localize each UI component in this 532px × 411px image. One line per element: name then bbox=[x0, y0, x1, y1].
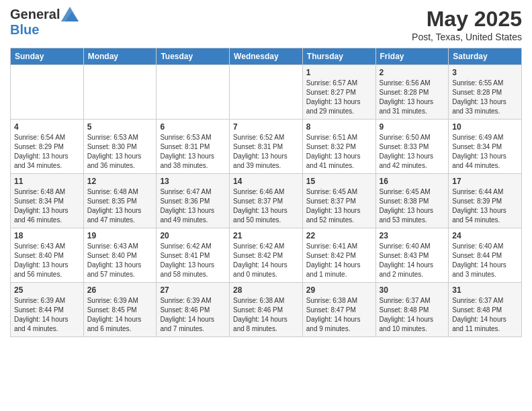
col-thursday: Thursday bbox=[302, 48, 375, 65]
day-detail: Sunrise: 6:46 AM Sunset: 8:37 PM Dayligh… bbox=[233, 187, 299, 225]
day-number: 17 bbox=[452, 177, 518, 186]
day-detail: Sunrise: 6:45 AM Sunset: 8:37 PM Dayligh… bbox=[306, 187, 372, 225]
table-row: 6Sunrise: 6:53 AM Sunset: 8:31 PM Daylig… bbox=[157, 120, 230, 174]
day-number: 16 bbox=[380, 177, 445, 186]
table-row: 9Sunrise: 6:50 AM Sunset: 8:33 PM Daylig… bbox=[375, 120, 449, 174]
header: General Blue May 2025 Post, Texas, Unite… bbox=[10, 7, 522, 42]
table-row: 24Sunrise: 6:40 AM Sunset: 8:44 PM Dayli… bbox=[449, 228, 522, 283]
table-row: 19Sunrise: 6:43 AM Sunset: 8:40 PM Dayli… bbox=[83, 228, 157, 283]
day-detail: Sunrise: 6:39 AM Sunset: 8:44 PM Dayligh… bbox=[14, 296, 80, 334]
day-number: 21 bbox=[233, 231, 299, 240]
subtitle: Post, Texas, United States bbox=[412, 32, 522, 42]
day-number: 3 bbox=[452, 68, 518, 77]
day-detail: Sunrise: 6:48 AM Sunset: 8:35 PM Dayligh… bbox=[87, 187, 153, 225]
table-row: 16Sunrise: 6:45 AM Sunset: 8:38 PM Dayli… bbox=[375, 174, 449, 228]
day-detail: Sunrise: 6:50 AM Sunset: 8:33 PM Dayligh… bbox=[380, 133, 445, 171]
day-number: 27 bbox=[160, 285, 226, 295]
calendar-week-row: 25Sunrise: 6:39 AM Sunset: 8:44 PM Dayli… bbox=[11, 283, 522, 337]
day-number: 10 bbox=[452, 122, 518, 132]
col-monday: Monday bbox=[83, 48, 157, 65]
day-detail: Sunrise: 6:37 AM Sunset: 8:48 PM Dayligh… bbox=[380, 296, 445, 334]
logo-blue: Blue bbox=[10, 22, 39, 37]
col-saturday: Saturday bbox=[449, 48, 522, 65]
table-row bbox=[157, 65, 230, 120]
day-detail: Sunrise: 6:37 AM Sunset: 8:48 PM Dayligh… bbox=[452, 296, 518, 334]
day-number: 11 bbox=[14, 177, 80, 186]
table-row: 28Sunrise: 6:38 AM Sunset: 8:46 PM Dayli… bbox=[230, 283, 303, 337]
day-number: 29 bbox=[306, 285, 372, 295]
day-number: 4 bbox=[14, 122, 80, 132]
col-friday: Friday bbox=[375, 48, 449, 65]
day-number: 14 bbox=[233, 177, 299, 186]
day-number: 19 bbox=[87, 231, 153, 240]
table-row: 15Sunrise: 6:45 AM Sunset: 8:37 PM Dayli… bbox=[302, 174, 375, 228]
table-row: 23Sunrise: 6:40 AM Sunset: 8:43 PM Dayli… bbox=[375, 228, 449, 283]
day-number: 5 bbox=[87, 122, 153, 132]
day-number: 15 bbox=[306, 177, 372, 186]
day-number: 22 bbox=[306, 231, 372, 240]
day-detail: Sunrise: 6:38 AM Sunset: 8:46 PM Dayligh… bbox=[233, 296, 299, 334]
day-detail: Sunrise: 6:56 AM Sunset: 8:28 PM Dayligh… bbox=[380, 79, 445, 116]
day-detail: Sunrise: 6:55 AM Sunset: 8:28 PM Dayligh… bbox=[452, 79, 518, 116]
col-tuesday: Tuesday bbox=[157, 48, 230, 65]
calendar-week-row: 11Sunrise: 6:48 AM Sunset: 8:34 PM Dayli… bbox=[11, 174, 522, 228]
col-wednesday: Wednesday bbox=[230, 48, 303, 65]
day-detail: Sunrise: 6:39 AM Sunset: 8:46 PM Dayligh… bbox=[160, 296, 226, 334]
day-detail: Sunrise: 6:47 AM Sunset: 8:36 PM Dayligh… bbox=[160, 187, 226, 225]
calendar-table: Sunday Monday Tuesday Wednesday Thursday… bbox=[10, 48, 522, 337]
table-row: 25Sunrise: 6:39 AM Sunset: 8:44 PM Dayli… bbox=[11, 283, 84, 337]
day-detail: Sunrise: 6:49 AM Sunset: 8:34 PM Dayligh… bbox=[452, 133, 518, 171]
logo: General Blue bbox=[10, 7, 79, 38]
table-row: 31Sunrise: 6:37 AM Sunset: 8:48 PM Dayli… bbox=[449, 283, 522, 337]
calendar-week-row: 1Sunrise: 6:57 AM Sunset: 8:27 PM Daylig… bbox=[11, 65, 522, 120]
table-row: 14Sunrise: 6:46 AM Sunset: 8:37 PM Dayli… bbox=[230, 174, 303, 228]
logo-text: General Blue bbox=[10, 7, 79, 38]
table-row: 4Sunrise: 6:54 AM Sunset: 8:29 PM Daylig… bbox=[11, 120, 84, 174]
title-block: May 2025 Post, Texas, United States bbox=[412, 7, 522, 42]
day-detail: Sunrise: 6:51 AM Sunset: 8:32 PM Dayligh… bbox=[306, 133, 372, 171]
day-detail: Sunrise: 6:41 AM Sunset: 8:42 PM Dayligh… bbox=[306, 242, 372, 279]
day-number: 31 bbox=[452, 285, 518, 295]
main-title: May 2025 bbox=[412, 7, 522, 32]
calendar-body: 1Sunrise: 6:57 AM Sunset: 8:27 PM Daylig… bbox=[11, 65, 522, 337]
day-number: 20 bbox=[160, 231, 226, 240]
day-number: 12 bbox=[87, 177, 153, 186]
calendar-week-row: 4Sunrise: 6:54 AM Sunset: 8:29 PM Daylig… bbox=[11, 120, 522, 174]
day-number: 23 bbox=[380, 231, 445, 240]
day-number: 2 bbox=[380, 68, 445, 77]
day-number: 26 bbox=[87, 285, 153, 295]
table-row: 13Sunrise: 6:47 AM Sunset: 8:36 PM Dayli… bbox=[157, 174, 230, 228]
day-detail: Sunrise: 6:54 AM Sunset: 8:29 PM Dayligh… bbox=[14, 133, 80, 171]
table-row: 27Sunrise: 6:39 AM Sunset: 8:46 PM Dayli… bbox=[157, 283, 230, 337]
table-row: 29Sunrise: 6:38 AM Sunset: 8:47 PM Dayli… bbox=[302, 283, 375, 337]
day-detail: Sunrise: 6:39 AM Sunset: 8:45 PM Dayligh… bbox=[87, 296, 153, 334]
day-number: 7 bbox=[233, 122, 299, 132]
table-row: 12Sunrise: 6:48 AM Sunset: 8:35 PM Dayli… bbox=[83, 174, 157, 228]
day-number: 8 bbox=[306, 122, 372, 132]
day-detail: Sunrise: 6:53 AM Sunset: 8:30 PM Dayligh… bbox=[87, 133, 153, 171]
table-row: 10Sunrise: 6:49 AM Sunset: 8:34 PM Dayli… bbox=[449, 120, 522, 174]
day-number: 1 bbox=[306, 68, 372, 77]
table-row: 7Sunrise: 6:52 AM Sunset: 8:31 PM Daylig… bbox=[230, 120, 303, 174]
day-detail: Sunrise: 6:42 AM Sunset: 8:42 PM Dayligh… bbox=[233, 242, 299, 279]
table-row: 30Sunrise: 6:37 AM Sunset: 8:48 PM Dayli… bbox=[375, 283, 449, 337]
day-detail: Sunrise: 6:48 AM Sunset: 8:34 PM Dayligh… bbox=[14, 187, 80, 225]
logo-general: General bbox=[10, 7, 60, 22]
table-row: 2Sunrise: 6:56 AM Sunset: 8:28 PM Daylig… bbox=[375, 65, 449, 120]
table-row: 8Sunrise: 6:51 AM Sunset: 8:32 PM Daylig… bbox=[302, 120, 375, 174]
day-detail: Sunrise: 6:40 AM Sunset: 8:43 PM Dayligh… bbox=[380, 242, 445, 279]
day-detail: Sunrise: 6:43 AM Sunset: 8:40 PM Dayligh… bbox=[87, 242, 153, 279]
table-row: 22Sunrise: 6:41 AM Sunset: 8:42 PM Dayli… bbox=[302, 228, 375, 283]
col-sunday: Sunday bbox=[11, 48, 84, 65]
table-row bbox=[83, 65, 157, 120]
table-row: 5Sunrise: 6:53 AM Sunset: 8:30 PM Daylig… bbox=[83, 120, 157, 174]
day-number: 18 bbox=[14, 231, 80, 240]
day-detail: Sunrise: 6:53 AM Sunset: 8:31 PM Dayligh… bbox=[160, 133, 226, 171]
day-number: 24 bbox=[452, 231, 518, 240]
day-detail: Sunrise: 6:57 AM Sunset: 8:27 PM Dayligh… bbox=[306, 79, 372, 116]
table-row: 18Sunrise: 6:43 AM Sunset: 8:40 PM Dayli… bbox=[11, 228, 84, 283]
table-row: 11Sunrise: 6:48 AM Sunset: 8:34 PM Dayli… bbox=[11, 174, 84, 228]
day-number: 9 bbox=[380, 122, 445, 132]
day-number: 30 bbox=[380, 285, 445, 295]
page: General Blue May 2025 Post, Texas, Unite… bbox=[0, 0, 532, 344]
